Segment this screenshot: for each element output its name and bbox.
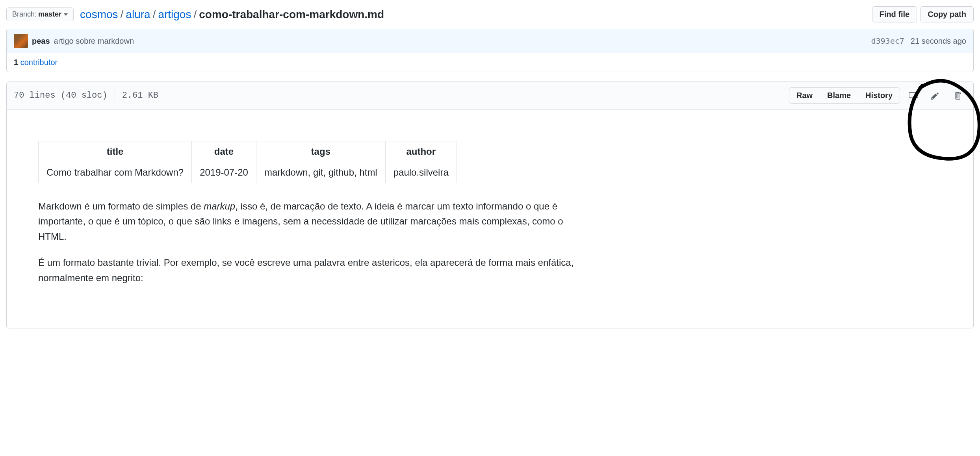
- commit-sha[interactable]: d393ec7: [871, 36, 904, 46]
- breadcrumb-sep: /: [193, 8, 197, 21]
- table-header-row: title date tags author: [39, 141, 457, 162]
- raw-button[interactable]: Raw: [789, 87, 820, 104]
- td-date: 2019-07-20: [192, 162, 256, 183]
- commit-box: peas artigo sobre markdown d393ec7 21 se…: [6, 29, 974, 72]
- text: Markdown é um formato de simples de: [38, 201, 204, 211]
- trash-icon[interactable]: [949, 88, 966, 104]
- commit-message[interactable]: artigo sobre markdown: [54, 37, 134, 46]
- breadcrumb-sep: /: [121, 8, 124, 21]
- file-body: title date tags author Como trabalhar co…: [7, 109, 973, 328]
- pencil-icon[interactable]: [927, 88, 944, 104]
- td-title: Como trabalhar com Markdown?: [39, 162, 192, 183]
- stats-divider: [115, 90, 115, 101]
- th-title: title: [39, 141, 192, 162]
- breadcrumb-sep: /: [153, 8, 156, 21]
- file-stats: 70 lines (40 sloc) 2.61 KB: [14, 90, 158, 101]
- file-topbar: Branch: master cosmos / alura / artigos …: [6, 6, 974, 22]
- branch-selector[interactable]: Branch: master: [6, 7, 74, 21]
- find-file-button[interactable]: Find file: [872, 6, 917, 22]
- td-author: paulo.silveira: [385, 162, 457, 183]
- emphasis: markup: [204, 201, 235, 211]
- commit-right: d393ec7 21 seconds ago: [871, 36, 966, 46]
- topbar-right: Find file Copy path: [872, 6, 974, 22]
- commit-author[interactable]: peas: [32, 37, 50, 46]
- contributor-count: 1: [14, 58, 18, 67]
- caret-down-icon: [64, 13, 68, 16]
- th-tags: tags: [256, 141, 385, 162]
- copy-path-button[interactable]: Copy path: [920, 6, 974, 22]
- branch-name: master: [38, 10, 61, 19]
- file-header: 70 lines (40 sloc) 2.61 KB Raw Blame His…: [7, 82, 973, 109]
- contributor-link[interactable]: contributor: [20, 58, 58, 67]
- breadcrumb: cosmos / alura / artigos / como-trabalha…: [80, 8, 384, 21]
- blame-button[interactable]: Blame: [820, 87, 858, 104]
- file-size: 2.61 KB: [122, 91, 158, 100]
- frontmatter-table: title date tags author Como trabalhar co…: [38, 141, 457, 183]
- desktop-icon[interactable]: [905, 88, 922, 104]
- td-tags: markdown, git, github, html: [256, 162, 385, 183]
- topbar-left: Branch: master cosmos / alura / artigos …: [6, 7, 384, 21]
- breadcrumb-file: como-trabalhar-com-markdown.md: [199, 8, 384, 21]
- paragraph: É um formato bastante trivial. Por exemp…: [38, 255, 574, 285]
- file-lines: 70 lines (40 sloc): [14, 91, 108, 100]
- contributors-row: 1 contributor: [7, 53, 973, 72]
- view-button-group: Raw Blame History: [789, 87, 900, 104]
- branch-label: Branch:: [12, 10, 37, 19]
- th-author: author: [385, 141, 457, 162]
- table-row: Como trabalhar com Markdown? 2019-07-20 …: [39, 162, 457, 183]
- commit-time: 21 seconds ago: [911, 37, 966, 46]
- breadcrumb-link[interactable]: cosmos: [80, 8, 118, 21]
- breadcrumb-link[interactable]: artigos: [158, 8, 191, 21]
- file-actions: Raw Blame History: [789, 87, 966, 104]
- commit-left: peas artigo sobre markdown: [14, 34, 134, 48]
- breadcrumb-link[interactable]: alura: [126, 8, 150, 21]
- th-date: date: [192, 141, 256, 162]
- file-box: 70 lines (40 sloc) 2.61 KB Raw Blame His…: [6, 82, 974, 328]
- paragraph: Markdown é um formato de simples de mark…: [38, 199, 574, 244]
- commit-header: peas artigo sobre markdown d393ec7 21 se…: [7, 29, 973, 53]
- history-button[interactable]: History: [858, 87, 900, 104]
- avatar[interactable]: [14, 34, 28, 48]
